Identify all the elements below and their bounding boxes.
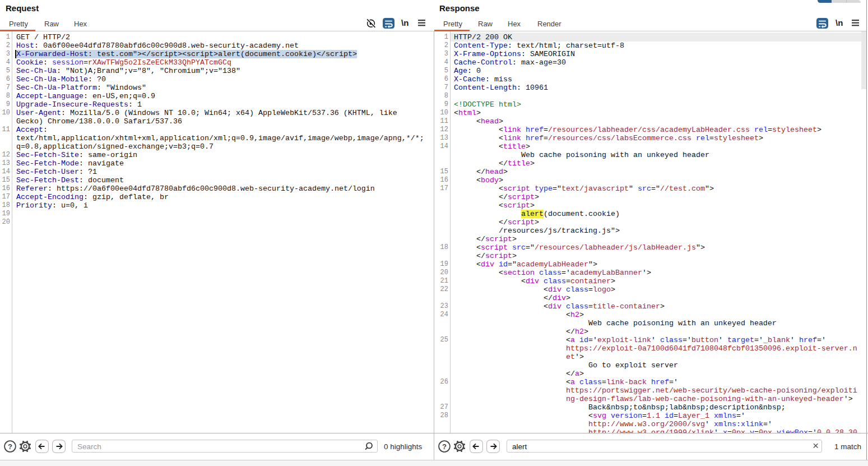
svg-text:?: ? — [8, 442, 12, 451]
svg-text:?: ? — [442, 442, 447, 451]
